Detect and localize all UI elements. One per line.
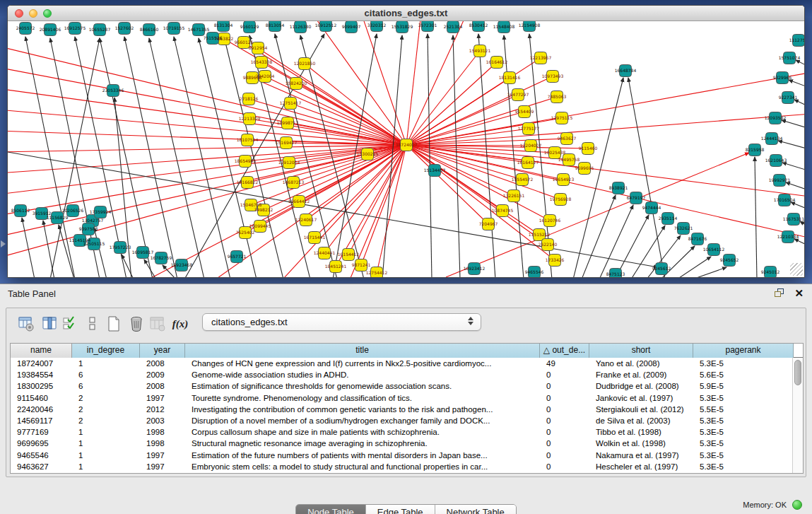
table-cell: 1 — [72, 450, 140, 461]
table-panel-titlebar: Table Panel ✕ — [0, 284, 812, 305]
table-cell: 9777169 — [11, 426, 72, 438]
table-cell: Investigating the contribution of common… — [185, 404, 540, 415]
svg-text:16120746: 16120746 — [539, 218, 561, 223]
column-header-name[interactable]: name — [11, 344, 72, 358]
table-cell: 0 — [540, 404, 589, 415]
svg-text:12021850: 12021850 — [294, 61, 316, 66]
svg-text:9699695: 9699695 — [575, 165, 594, 170]
table-cell: 1 — [72, 438, 140, 449]
node-table: namein_degreeyeartitle△ out_de...shortpa… — [10, 343, 804, 474]
table-cell: Disruption of a novel member of a sodium… — [185, 415, 540, 426]
svg-text:16210643: 16210643 — [765, 158, 787, 163]
table-cell: 5.3E-5 — [693, 461, 794, 472]
table-cell: 2003 — [140, 415, 185, 426]
svg-text:13042757: 13042757 — [82, 218, 104, 223]
column-header-title[interactable]: title — [185, 344, 540, 358]
svg-text:9657721: 9657721 — [228, 254, 247, 259]
table-panel: Table Panel ✕ — [0, 284, 812, 514]
svg-text:18724007: 18724007 — [396, 142, 418, 147]
window-resize-grip[interactable] — [790, 263, 803, 276]
tab-edge-table[interactable]: Edge Table — [366, 505, 435, 514]
delete-table-icon[interactable] — [126, 314, 146, 334]
svg-text:15134457: 15134457 — [424, 168, 446, 173]
svg-text:18654985: 18654985 — [235, 158, 257, 163]
svg-text:11515212: 11515212 — [529, 232, 551, 237]
table-row[interactable]: 946554611997Estimation of the future num… — [11, 450, 803, 461]
table-row[interactable]: 969969511998Structural magnetic resonanc… — [11, 438, 803, 449]
svg-text:10973493: 10973493 — [542, 74, 564, 78]
toggle-column-icon[interactable] — [40, 314, 60, 334]
svg-text:12210334: 12210334 — [777, 234, 799, 239]
table-row[interactable]: 977716911998Corpus callosum shape and si… — [11, 426, 803, 438]
network-canvas[interactable]: 1872400718300295766382296601258912954165… — [8, 21, 804, 277]
svg-text:9465546: 9465546 — [525, 269, 544, 274]
table-row[interactable]: 1938455462009Genome-wide association stu… — [11, 369, 803, 380]
svg-text:8938921: 8938921 — [609, 185, 628, 190]
svg-text:9115460: 9115460 — [579, 146, 598, 151]
svg-text:10025438: 10025438 — [544, 150, 566, 155]
scrollbar-thumb[interactable] — [794, 360, 801, 385]
svg-text:8466160: 8466160 — [140, 27, 159, 32]
table-cell: 2 — [72, 404, 140, 415]
column-header-in_degree[interactable]: in_degree — [72, 344, 140, 358]
tab-node-table[interactable]: Node Table — [296, 505, 366, 514]
svg-text:9245012: 9245012 — [761, 269, 780, 274]
svg-text:16715441: 16715441 — [304, 235, 326, 240]
select-rows-icon[interactable] — [60, 314, 80, 334]
svg-text:18131416: 18131416 — [499, 75, 521, 80]
column-header-short[interactable]: short — [589, 344, 693, 358]
window-titlebar[interactable]: citations_edges.txt — [8, 6, 804, 21]
table-cell: 5.6E-5 — [693, 369, 794, 380]
svg-text:15046768: 15046768 — [240, 202, 262, 207]
table-row[interactable]: 1456911722003Disruption of a novel membe… — [11, 415, 803, 426]
svg-text:14687213: 14687213 — [283, 180, 305, 185]
table-cell: 9463627 — [11, 461, 72, 472]
svg-text:9660125: 9660125 — [235, 40, 254, 45]
svg-text:8506112: 8506112 — [11, 208, 30, 213]
svg-text:1733426: 1733426 — [546, 257, 565, 262]
table-cell: 2008 — [140, 358, 185, 369]
table-options-icon[interactable] — [16, 314, 36, 334]
column-header-pagerank[interactable]: pagerank — [693, 344, 794, 358]
svg-text:8912954: 8912954 — [249, 45, 268, 50]
svg-text:2342004: 2342004 — [256, 74, 275, 78]
table-cell: 2012 — [140, 404, 185, 415]
table-cell: 0 — [540, 415, 589, 426]
table-row[interactable]: 946362711997Embryonic stem cells: a mode… — [11, 461, 803, 472]
table-cell: Stergiakouli et al. (2012) — [589, 404, 693, 415]
table-cell: 2008 — [140, 380, 185, 392]
column-header-out_de[interactable]: △ out_de... — [540, 344, 589, 358]
function-builder-icon[interactable]: f(x) — [170, 314, 190, 334]
table-row[interactable]: 911546021997Tourette syndrome. Phenomeno… — [11, 392, 803, 404]
network-view-window[interactable]: citations_edges.txt 18724007183002957663… — [7, 5, 805, 278]
float-panel-icon[interactable] — [775, 288, 784, 298]
svg-text:16648784: 16648784 — [615, 68, 637, 73]
table-cell: 5.3E-5 — [693, 438, 794, 449]
memory-status-label: Memory: OK — [743, 501, 787, 509]
panel-collapse-arrow-icon[interactable] — [1, 240, 6, 247]
svg-text:15493121: 15493121 — [469, 48, 491, 53]
new-table-icon[interactable] — [104, 314, 124, 334]
table-scrollbar[interactable] — [792, 358, 803, 473]
table-cell: Jankovic et al. (1997) — [589, 392, 693, 404]
close-panel-icon[interactable]: ✕ — [794, 288, 804, 298]
svg-text:10654112: 10654112 — [703, 247, 725, 252]
svg-text:8215958: 8215958 — [746, 147, 765, 152]
import-table-icon — [148, 314, 167, 334]
column-header-year[interactable]: year — [140, 344, 185, 358]
svg-text:8471676: 8471676 — [688, 236, 707, 241]
table-cell: 1997 — [140, 392, 185, 404]
svg-text:2935114: 2935114 — [659, 216, 678, 221]
table-row[interactable]: 2242004622012Investigating the contribut… — [11, 404, 803, 415]
tab-network-table[interactable]: Network Table — [435, 505, 516, 514]
table-row[interactable]: 1830029562008Estimation of significance … — [11, 380, 803, 392]
svg-text:12093582: 12093582 — [765, 115, 787, 120]
svg-text:10923412: 10923412 — [464, 266, 486, 271]
svg-text:12154908: 12154908 — [519, 23, 541, 28]
row-format-icon[interactable] — [83, 314, 102, 334]
svg-text:16099445: 16099445 — [249, 223, 271, 228]
table-row[interactable]: 1872400712008Changes of HCN gene express… — [11, 358, 803, 369]
table-cell: 0 — [540, 369, 589, 380]
svg-text:2522140: 2522140 — [539, 242, 558, 247]
table-selector-dropdown[interactable]: citations_edges.txt — [202, 313, 481, 331]
